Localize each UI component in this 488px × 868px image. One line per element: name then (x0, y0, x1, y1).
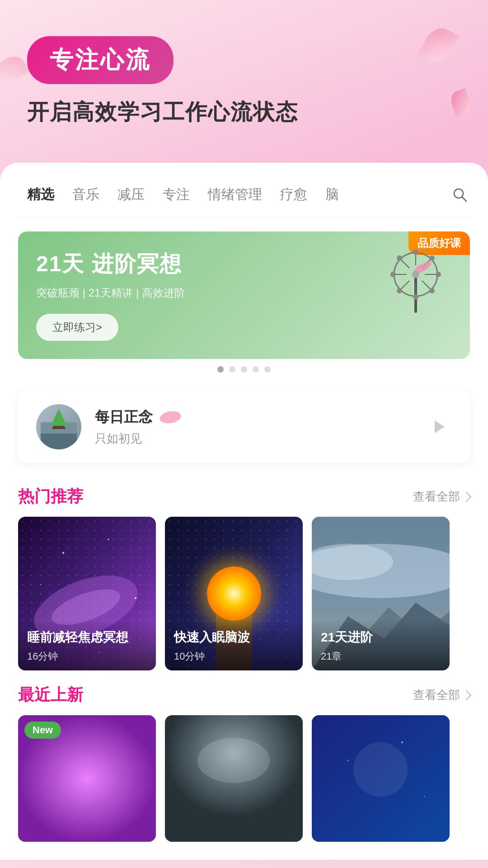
banner-dot-4[interactable] (253, 366, 259, 373)
svg-point-32 (135, 597, 136, 599)
hot-section-title: 热门推荐 (18, 486, 83, 508)
svg-rect-22 (41, 431, 77, 449)
hot-card-1-image: 睡前减轻焦虑冥想 16分钟 (18, 517, 156, 670)
banner-dot-3[interactable] (241, 366, 247, 373)
svg-point-43 (353, 742, 408, 797)
hero-section: 专注心流 开启高效学习工作心流状态 (0, 0, 488, 145)
svg-point-30 (108, 539, 109, 540)
svg-point-46 (424, 796, 425, 797)
hot-card-1[interactable]: 睡前减轻焦虑冥想 16分钟 (18, 517, 156, 670)
hot-card-2-caption: 快速入眠脑波 10分钟 (165, 620, 303, 670)
svg-point-44 (401, 741, 403, 743)
hot-card-3-caption: 21天进阶 21章 (312, 620, 450, 670)
new-card-1[interactable]: New (18, 715, 156, 842)
new-section-more[interactable]: 查看全部 (413, 687, 470, 703)
petal-icon (159, 411, 182, 424)
search-icon (452, 187, 468, 203)
svg-point-9 (390, 272, 396, 277)
daily-avatar (36, 404, 81, 449)
hero-subtitle: 开启高效学习工作心流状态 (27, 98, 461, 127)
tab-music[interactable]: 音乐 (63, 181, 108, 208)
daily-info: 每日正念 只如初见 (95, 407, 425, 447)
svg-point-19 (429, 255, 435, 261)
banner-dots (18, 366, 470, 373)
svg-point-7 (413, 294, 418, 300)
svg-line-16 (400, 281, 409, 290)
new-cards-row: New (0, 715, 488, 842)
tab-brain[interactable]: 脑 (316, 181, 348, 208)
banner-dot-5[interactable] (264, 366, 271, 373)
tree-landscape-icon (41, 409, 77, 449)
hot-section-header: 热门推荐 查看全部 (0, 472, 488, 517)
daily-title: 每日正念 (95, 407, 425, 427)
hot-cards-row: 睡前减轻焦虑冥想 16分钟 快速入眠脑波 10分钟 (0, 517, 488, 670)
new-card-2-image (165, 715, 303, 842)
banner-area: 品质好课 21天 进阶冥想 突破瓶颈 | 21天精讲 | 高效进阶 立即练习> (0, 218, 488, 382)
hero-badge: 专注心流 (27, 36, 174, 84)
new-section-title: 最近上新 (18, 684, 83, 706)
play-icon (435, 420, 445, 433)
hot-card-2-image: 快速入眠脑波 10分钟 (165, 517, 303, 670)
svg-point-15 (429, 288, 435, 293)
hot-card-1-caption: 睡前减轻焦虑冥想 16分钟 (18, 620, 156, 670)
banner-dot-2[interactable] (229, 366, 235, 373)
hot-card-3-title: 21天进阶 (321, 629, 441, 646)
new-section-header: 最近上新 查看全部 (0, 670, 488, 715)
hot-section-more[interactable]: 查看全部 (413, 489, 470, 505)
new-card-2-bg (165, 715, 303, 842)
search-button[interactable] (450, 185, 470, 205)
windmill-icon (380, 245, 452, 317)
banner[interactable]: 品质好课 21天 进阶冥想 突破瓶颈 | 21天精讲 | 高效进阶 立即练习> (18, 231, 470, 359)
chevron-right-icon-2 (461, 690, 472, 700)
new-card-2[interactable] (165, 715, 303, 842)
svg-point-21 (412, 271, 419, 278)
svg-point-45 (347, 760, 349, 761)
new-card-3[interactable] (312, 715, 450, 842)
svg-point-17 (397, 288, 402, 293)
hot-card-1-meta: 16分钟 (27, 650, 147, 663)
main-card: 精选 音乐 减压 专注 情绪管理 疗愈 脑 品质好课 21天 进阶冥想 突破瓶颈… (0, 163, 488, 860)
svg-line-1 (462, 197, 466, 201)
new-card-3-image (312, 715, 450, 842)
new-badge-1: New (24, 722, 61, 739)
play-button[interactable] (425, 413, 452, 440)
gray-bg-svg (165, 715, 303, 842)
svg-point-13 (397, 255, 402, 261)
daily-card[interactable]: 每日正念 只如初见 (18, 391, 470, 463)
svg-point-29 (62, 552, 64, 554)
svg-point-0 (454, 189, 463, 198)
tab-emotion[interactable]: 情绪管理 (199, 181, 271, 208)
dark-bg-svg (312, 715, 450, 842)
tab-focus[interactable]: 专注 (154, 181, 199, 208)
daily-subtitle: 只如初见 (95, 431, 425, 447)
svg-point-41 (197, 738, 270, 783)
hot-card-2-title: 快速入眠脑波 (174, 629, 294, 646)
hot-card-2[interactable]: 快速入眠脑波 10分钟 (165, 517, 303, 670)
svg-point-31 (40, 584, 41, 585)
daily-avatar-img (36, 404, 81, 449)
hot-card-3-image: 21天进阶 21章 (312, 517, 450, 670)
svg-line-14 (422, 281, 431, 290)
hot-card-3[interactable]: 21天进阶 21章 (312, 517, 450, 670)
svg-point-26 (159, 411, 182, 424)
banner-illustration (371, 241, 461, 322)
light-orb (207, 566, 261, 621)
new-card-3-bg (312, 715, 450, 842)
svg-marker-25 (51, 409, 67, 426)
tab-featured[interactable]: 精选 (18, 181, 63, 208)
hot-card-3-meta: 21章 (321, 650, 441, 663)
svg-point-11 (436, 272, 441, 277)
svg-line-12 (400, 259, 409, 268)
banner-dot-1[interactable] (217, 366, 224, 373)
svg-point-5 (413, 249, 418, 255)
chevron-right-icon (461, 491, 472, 502)
tab-destress[interactable]: 减压 (108, 181, 154, 208)
banner-cta-button[interactable]: 立即练习> (36, 314, 118, 341)
hot-card-2-meta: 10分钟 (174, 650, 294, 663)
tab-healing[interactable]: 疗愈 (271, 181, 316, 208)
hot-card-1-title: 睡前减轻焦虑冥想 (27, 629, 147, 646)
nav-tabs: 精选 音乐 减压 专注 情绪管理 疗愈 脑 (0, 163, 488, 208)
